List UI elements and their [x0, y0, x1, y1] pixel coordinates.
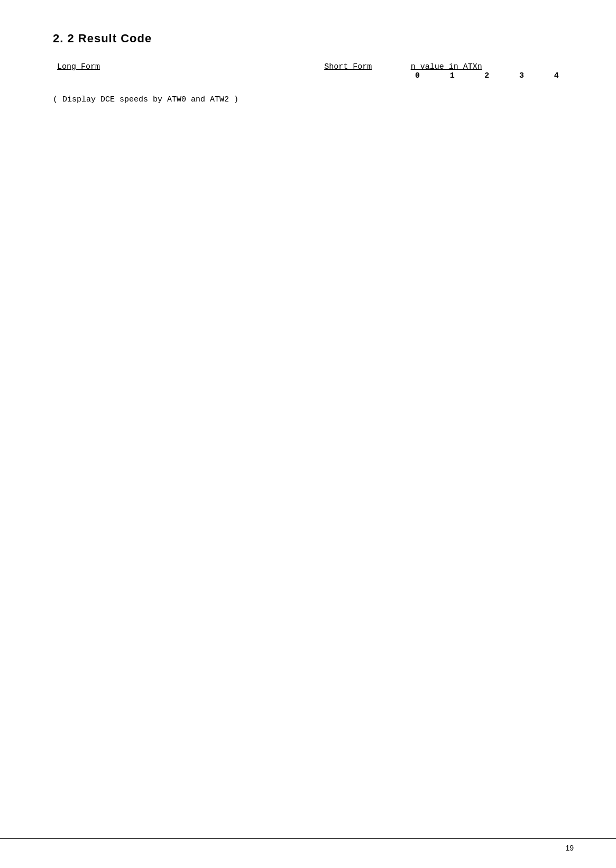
- section-title: 2. 2 Result Code: [53, 32, 574, 45]
- col-header-nvalue: n value in ATXn: [400, 61, 574, 71]
- col-header-short: Short Form: [296, 61, 400, 71]
- col-n3: 3: [504, 71, 539, 85]
- table-note: ( Display DCE speeds by ATW0 and ATW2 ): [53, 85, 574, 115]
- col-n1: 1: [435, 71, 470, 85]
- col-n4: 4: [539, 71, 574, 85]
- page-number: 19: [565, 844, 574, 852]
- col-header-long: Long Form: [53, 61, 296, 71]
- col-n2: 2: [470, 71, 504, 85]
- col-n0: 0: [400, 71, 435, 85]
- result-code-table: Long Form Short Form n value in ATXn 0 1…: [53, 61, 574, 115]
